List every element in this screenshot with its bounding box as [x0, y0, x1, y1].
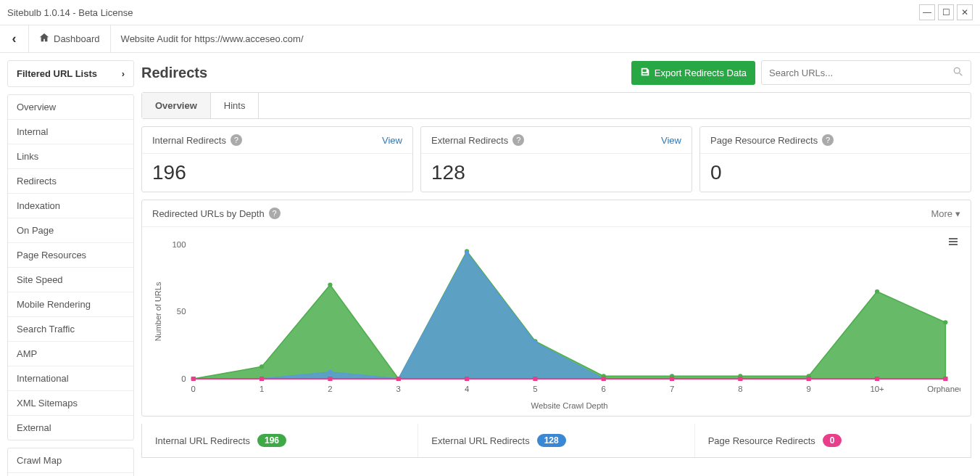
legend-label: Internal URL Redirects — [155, 435, 250, 446]
help-icon[interactable]: ? — [231, 134, 242, 146]
caret-down-icon: ▾ — [955, 208, 960, 219]
sidebar-item-crawl-map[interactable]: Crawl Map — [8, 448, 133, 472]
svg-rect-48 — [533, 377, 537, 381]
tab-hints[interactable]: Hints — [211, 93, 259, 118]
sidebar-item-all-hints[interactable]: All Hints — [8, 472, 133, 476]
save-icon — [640, 67, 650, 79]
filtered-url-lists[interactable]: Filtered URL Lists › — [8, 61, 133, 86]
sidebar-item-overview[interactable]: Overview — [8, 95, 133, 119]
nav-panel: OverviewInternalLinksRedirectsIndexation… — [7, 94, 134, 440]
sidebar-item-xml-sitemaps[interactable]: XML Sitemaps — [8, 390, 133, 415]
card-value: 0 — [700, 154, 971, 192]
search-input[interactable] — [769, 67, 953, 78]
svg-rect-47 — [465, 377, 469, 381]
svg-text:10+: 10+ — [870, 385, 884, 393]
summary-card: External Redirects ? View 128 — [420, 126, 692, 192]
legend-pill: 128 — [537, 434, 566, 447]
svg-rect-54 — [943, 377, 947, 381]
svg-point-33 — [328, 370, 332, 374]
card-label: Internal Redirects — [152, 135, 226, 146]
maximize-button[interactable]: ☐ — [938, 4, 954, 20]
legend-label: External URL Redirects — [431, 435, 529, 446]
summary-card: Page Resource Redirects ? 0 — [699, 126, 971, 192]
main-content: Redirects Export Redirects Data Overview… — [141, 53, 980, 476]
extras-panel: Crawl MapAll Hints — [7, 448, 134, 476]
card-value: 196 — [142, 154, 412, 192]
chart-area: 050100Number of URLs012345678910+Orphane… — [152, 237, 960, 411]
svg-rect-50 — [670, 377, 674, 381]
svg-point-0 — [954, 67, 960, 73]
svg-text:3: 3 — [396, 385, 401, 393]
dashboard-link[interactable]: Dashboard — [29, 25, 111, 52]
breadcrumb: Website Audit for https://www.acceseo.co… — [111, 25, 314, 52]
sidebar-item-indexation[interactable]: Indexation — [8, 193, 133, 218]
svg-text:8: 8 — [738, 385, 742, 393]
more-dropdown[interactable]: More ▾ — [931, 208, 960, 219]
help-icon[interactable]: ? — [512, 134, 524, 146]
svg-text:100: 100 — [173, 240, 186, 249]
sidebar-item-mobile-rendering[interactable]: Mobile Rendering — [8, 292, 133, 316]
sidebar-item-site-speed[interactable]: Site Speed — [8, 267, 133, 292]
legend-item: Internal URL Redirects 196 — [142, 424, 418, 457]
tab-overview[interactable]: Overview — [142, 93, 211, 118]
dashboard-label: Dashboard — [54, 33, 100, 44]
card-label: External Redirects — [431, 135, 508, 146]
sidebar-item-on-page[interactable]: On Page — [8, 218, 133, 242]
svg-rect-53 — [875, 377, 879, 381]
home-icon — [39, 33, 49, 45]
svg-point-20 — [259, 364, 264, 369]
legend-item: External URL Redirects 128 — [418, 424, 694, 457]
summary-card: Internal Redirects ? View 196 — [141, 126, 413, 192]
back-button[interactable]: ‹ — [0, 25, 29, 52]
help-icon[interactable]: ? — [822, 134, 834, 146]
toolbar: ‹ Dashboard Website Audit for https://ww… — [0, 25, 980, 53]
svg-text:4: 4 — [465, 385, 469, 393]
sidebar: Filtered URL Lists › OverviewInternalLin… — [0, 53, 141, 476]
chart-title: Redirected URLs by Depth — [152, 208, 265, 219]
svg-text:5: 5 — [533, 385, 537, 393]
sidebar-item-links[interactable]: Links — [8, 144, 133, 168]
legend-item: Page Resource Redirects 0 — [695, 424, 971, 457]
chevron-right-icon: › — [122, 68, 125, 79]
sidebar-item-page-resources[interactable]: Page Resources — [8, 242, 133, 267]
card-label: Page Resource Redirects — [710, 135, 818, 146]
svg-point-30 — [943, 320, 947, 324]
sidebar-item-amp[interactable]: AMP — [8, 341, 133, 366]
minimize-button[interactable]: — — [919, 4, 935, 20]
svg-point-36 — [533, 340, 537, 345]
svg-rect-52 — [807, 377, 811, 381]
search-wrap — [761, 60, 971, 85]
svg-text:7: 7 — [670, 385, 674, 393]
svg-text:0: 0 — [191, 385, 196, 393]
svg-rect-51 — [738, 377, 742, 381]
chart-panel: Redirected URLs by Depth ? More ▾ 050100… — [141, 200, 971, 416]
title-bar: Sitebulb 1.0.14 - Beta License — ☐ ✕ — [0, 0, 980, 25]
app-title: Sitebulb 1.0.14 - Beta License — [7, 7, 133, 18]
svg-point-21 — [328, 283, 332, 287]
chart-menu-icon[interactable] — [947, 236, 959, 250]
view-link[interactable]: View — [382, 135, 402, 146]
svg-rect-46 — [396, 377, 401, 381]
sidebar-item-internal[interactable]: Internal — [8, 119, 133, 144]
svg-rect-44 — [259, 377, 264, 381]
help-icon[interactable]: ? — [269, 208, 281, 219]
svg-line-1 — [960, 73, 963, 75]
card-value: 128 — [421, 154, 692, 192]
sidebar-item-redirects[interactable]: Redirects — [8, 168, 133, 193]
sidebar-item-external[interactable]: External — [8, 415, 133, 440]
svg-text:9: 9 — [807, 385, 811, 393]
svg-rect-45 — [328, 377, 332, 381]
tab-bar: OverviewHints — [141, 92, 971, 119]
svg-text:50: 50 — [177, 308, 186, 316]
export-redirects-button[interactable]: Export Redirects Data — [631, 61, 755, 85]
svg-point-29 — [875, 290, 879, 294]
close-button[interactable]: ✕ — [957, 4, 973, 20]
legend-label: Page Resource Redirects — [708, 435, 815, 446]
svg-text:Website Crawl Depth: Website Crawl Depth — [531, 401, 607, 410]
svg-rect-43 — [191, 377, 196, 381]
sidebar-item-international[interactable]: International — [8, 366, 133, 390]
search-icon — [953, 67, 963, 79]
view-link[interactable]: View — [661, 135, 681, 146]
sidebar-item-search-traffic[interactable]: Search Traffic — [8, 316, 133, 341]
svg-text:1: 1 — [259, 385, 264, 393]
